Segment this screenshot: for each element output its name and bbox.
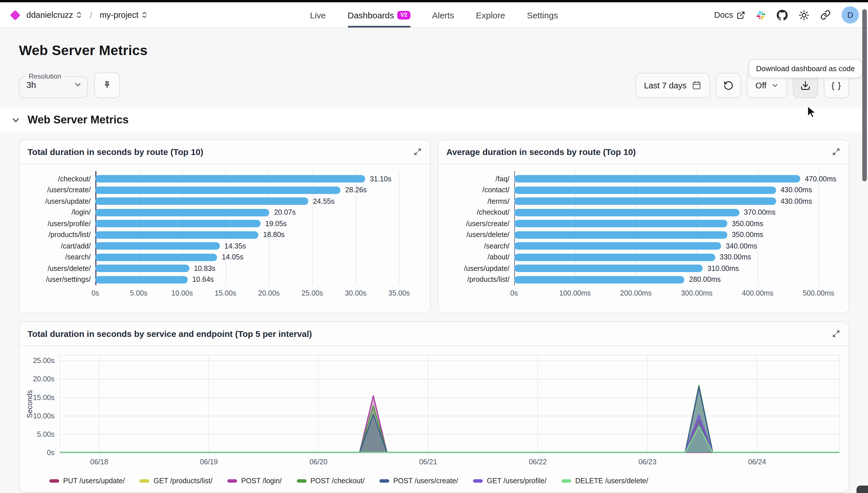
series-area [60,427,839,453]
legend-label: DELETE /users/delete/ [575,477,648,485]
section-collapse-button[interactable] [12,116,20,124]
category-label: /products/list/ [27,229,91,240]
category-label: /cart/add/ [27,240,91,252]
area-chart[interactable]: 0s5.00s10.00s15.00s20.00s25.00s06/1806/1… [24,351,845,473]
bar-row: 31.10s [95,173,422,185]
bar-value-label: 430.00ms [780,197,812,206]
category-labels: /checkout//users/create//users/update//l… [27,173,91,285]
legend-item[interactable]: DELETE /users/delete/ [562,477,648,485]
expand-icon[interactable] [832,329,841,338]
expand-icon[interactable] [413,148,422,156]
series-area [60,396,839,453]
y-axis-tick: 25.00s [33,357,55,364]
bar-value-label: 19.05s [265,220,287,228]
bar[interactable] [514,220,727,228]
nav-item-live[interactable]: Live [310,2,326,27]
bar-value-label: 370.00ms [744,209,776,217]
bar-chart-average-duration: /faq//contact//terms//checkout//users/cr… [438,164,848,301]
bar[interactable] [95,231,259,239]
category-label: /checkout/ [446,207,509,218]
legend-item[interactable]: GET /products/list/ [140,477,212,485]
bar-value-label: 280.00ms [689,276,721,284]
category-label: /users/profile/ [27,218,91,229]
legend-item[interactable]: GET /users/profile/ [473,477,547,485]
bar[interactable] [95,175,365,183]
nav-label: Explore [476,10,505,20]
bar[interactable] [95,198,308,205]
docs-link[interactable]: Docs [714,10,745,20]
legend-item[interactable]: POST /login/ [227,477,281,485]
section-header: Web Server Metrics [0,107,868,133]
github-icon[interactable] [777,9,788,20]
category-label: /users/update/ [27,196,91,207]
legend-label: POST /users/create/ [393,477,458,485]
bar[interactable] [514,187,776,194]
bar[interactable] [514,265,703,272]
bar[interactable] [514,175,800,183]
expand-icon[interactable] [832,148,841,156]
legend-swatch [473,479,483,483]
time-range-button[interactable]: Last 7 days [635,72,710,98]
org-selector[interactable]: ddanielcruzz [26,10,82,20]
controls-left: Resolution 3h [19,72,120,98]
legend-item[interactable]: POST /users/create/ [379,477,458,485]
resolution-select[interactable]: Resolution 3h [19,72,88,98]
legend-item[interactable]: POST /checkout/ [297,477,364,485]
bar[interactable] [514,231,727,239]
nav-item-settings[interactable]: Settings [527,2,558,27]
share-link-icon[interactable] [820,10,831,20]
series-area [60,385,839,453]
x-axis-tick: 06/19 [200,458,218,466]
bar-row: 14.35s [95,240,422,252]
project-selector[interactable]: my-project [100,10,148,20]
nav-item-alerts[interactable]: Alerts [432,2,454,27]
bar[interactable] [95,242,220,250]
legend-item[interactable]: PUT /users/update/ [49,477,125,485]
category-label: /checkout/ [27,173,91,185]
series-line [60,396,839,453]
x-axis-tick: 500.00ms [803,289,834,297]
nav-item-dashboards[interactable]: DashboardsV2 [347,2,410,27]
bar-row: 18.80s [95,229,422,240]
x-axis-tick: 06/24 [748,458,766,466]
slack-icon[interactable] [756,10,766,20]
logo-diamond-icon[interactable] [10,10,21,20]
series-line [60,427,839,453]
bar[interactable] [95,209,270,216]
bar-row: 280.00ms [514,274,841,285]
legend-label: GET /products/list/ [153,477,212,485]
time-range-label: Last 7 days [644,81,686,90]
theme-sun-icon[interactable] [799,9,809,20]
legend-swatch [379,479,389,483]
user-avatar[interactable]: D [842,6,859,23]
bar[interactable] [514,276,684,283]
bar[interactable] [514,242,721,250]
page-title: Web Server Metrics [19,42,849,59]
legend-swatch [227,479,237,483]
panel-duration-by-service-endpoint: Total duration in seconds by service and… [19,321,849,492]
pin-button[interactable] [94,72,120,98]
bar[interactable] [514,198,776,205]
bar-value-label: 340.00ms [726,242,757,250]
pin-icon [102,80,112,91]
bar[interactable] [95,220,261,228]
nav-label: Settings [527,10,558,20]
breadcrumb: ddanielcruzz / my-project [0,10,148,20]
series-area [60,387,839,453]
bar[interactable] [514,209,739,216]
bar[interactable] [95,265,189,272]
bar-row: 350.00ms [514,229,841,240]
bar-row: 14.05s [95,252,422,263]
refresh-button[interactable] [716,72,741,98]
bar[interactable] [95,187,341,194]
y-axis-label: Seconds [25,390,34,418]
bar-value-label: 18.80s [263,231,285,239]
bar-row: 28.26s [95,185,422,196]
bar-value-label: 28.26s [345,186,367,194]
bar[interactable] [514,254,715,261]
bar[interactable] [95,276,188,283]
browser-edge-strip [0,0,868,2]
vertical-scrollbar[interactable] [862,9,867,181]
bar[interactable] [95,254,217,261]
nav-item-explore[interactable]: Explore [476,2,505,27]
